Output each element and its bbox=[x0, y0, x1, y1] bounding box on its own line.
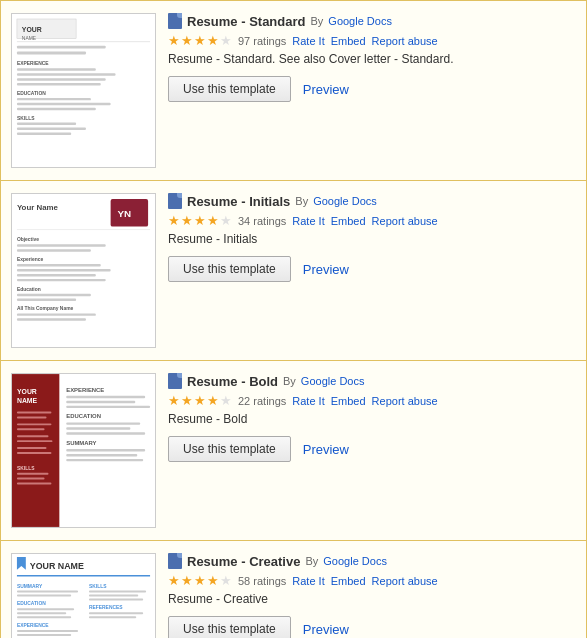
svg-text:NAME: NAME bbox=[22, 36, 37, 41]
star-filled: ★ bbox=[181, 213, 193, 228]
svg-rect-45 bbox=[17, 423, 52, 425]
rate-it-link[interactable]: Rate It bbox=[292, 35, 324, 47]
template-info-creative: Resume - Creative By Google Docs ★★★★★ 5… bbox=[168, 553, 576, 638]
svg-text:EXPERIENCE: EXPERIENCE bbox=[17, 623, 49, 628]
svg-rect-73 bbox=[17, 595, 71, 597]
template-title: Resume - Standard bbox=[187, 14, 305, 29]
svg-rect-85 bbox=[89, 595, 138, 597]
svg-rect-76 bbox=[17, 612, 66, 614]
template-title: Resume - Creative bbox=[187, 554, 300, 569]
template-item-bold: YOUR NAME SKILLS EXPERIENCE EDUCATION SU… bbox=[1, 361, 586, 541]
svg-text:EXPERIENCE: EXPERIENCE bbox=[66, 387, 104, 393]
svg-text:Objective: Objective bbox=[17, 237, 39, 242]
svg-rect-86 bbox=[89, 598, 143, 600]
svg-rect-48 bbox=[17, 440, 53, 442]
template-info-bold: Resume - Bold By Google Docs ★★★★★ 22 ra… bbox=[168, 373, 576, 528]
star-filled: ★ bbox=[194, 393, 206, 408]
author-link[interactable]: Google Docs bbox=[301, 375, 365, 387]
svg-rect-88 bbox=[89, 612, 143, 614]
svg-rect-44 bbox=[17, 416, 47, 418]
svg-rect-37 bbox=[17, 313, 96, 315]
star-rating: ★★★★★ bbox=[168, 573, 232, 588]
use-template-button[interactable]: Use this template bbox=[168, 616, 291, 638]
template-title: Resume - Initials bbox=[187, 194, 290, 209]
template-title: Resume - Bold bbox=[187, 374, 278, 389]
star-rating: ★★★★★ bbox=[168, 33, 232, 48]
template-description: Resume - Initials bbox=[168, 232, 576, 246]
svg-text:EDUCATION: EDUCATION bbox=[17, 91, 46, 96]
template-list: YOUR NAME EXPERIENCE EDUCATION SKILLS Re… bbox=[0, 0, 587, 638]
template-thumbnail-creative: YOUR NAME SUMMARY EDUCATION EXPERIENCE S… bbox=[11, 553, 156, 638]
doc-icon bbox=[168, 193, 182, 209]
template-thumbnail-initials: YN Your Name Objective Experience Educat… bbox=[11, 193, 156, 348]
use-template-button[interactable]: Use this template bbox=[168, 256, 291, 282]
svg-text:YOUR: YOUR bbox=[22, 26, 42, 33]
svg-rect-64 bbox=[66, 449, 145, 451]
by-label: By bbox=[283, 375, 296, 387]
preview-link[interactable]: Preview bbox=[303, 82, 349, 97]
embed-link[interactable]: Embed bbox=[331, 395, 366, 407]
svg-rect-31 bbox=[17, 274, 96, 276]
embed-link[interactable]: Embed bbox=[331, 575, 366, 587]
template-description: Resume - Creative bbox=[168, 592, 576, 606]
svg-rect-19 bbox=[17, 132, 71, 134]
star-filled: ★ bbox=[168, 573, 180, 588]
report-abuse-link[interactable]: Report abuse bbox=[372, 395, 438, 407]
author-link[interactable]: Google Docs bbox=[323, 555, 387, 567]
doc-icon bbox=[168, 373, 182, 389]
template-thumbnail-bold: YOUR NAME SKILLS EXPERIENCE EDUCATION SU… bbox=[11, 373, 156, 528]
embed-link[interactable]: Embed bbox=[331, 35, 366, 47]
svg-rect-30 bbox=[17, 269, 111, 271]
star-filled: ★ bbox=[168, 213, 180, 228]
svg-text:SUMMARY: SUMMARY bbox=[66, 440, 96, 446]
svg-rect-26 bbox=[17, 244, 106, 246]
svg-rect-61 bbox=[66, 427, 130, 429]
svg-text:SKILLS: SKILLS bbox=[89, 584, 107, 589]
svg-rect-35 bbox=[17, 299, 76, 301]
rate-it-link[interactable]: Rate It bbox=[292, 575, 324, 587]
svg-text:SKILLS: SKILLS bbox=[17, 466, 35, 471]
svg-text:Education: Education bbox=[17, 287, 41, 292]
template-description: Resume - Bold bbox=[168, 412, 576, 426]
ratings-row: ★★★★★ 97 ratings Rate It Embed Report ab… bbox=[168, 33, 576, 48]
rate-it-link[interactable]: Rate It bbox=[292, 215, 324, 227]
report-abuse-link[interactable]: Report abuse bbox=[372, 575, 438, 587]
action-row: Use this template Preview bbox=[168, 436, 576, 462]
svg-rect-46 bbox=[17, 428, 45, 430]
template-thumbnail-standard: YOUR NAME EXPERIENCE EDUCATION SKILLS bbox=[11, 13, 156, 168]
template-item-creative: YOUR NAME SUMMARY EDUCATION EXPERIENCE S… bbox=[1, 541, 586, 638]
star-filled: ★ bbox=[194, 33, 206, 48]
star-filled: ★ bbox=[181, 33, 193, 48]
ratings-count: 58 ratings bbox=[238, 575, 286, 587]
star-filled: ★ bbox=[181, 393, 193, 408]
action-row: Use this template Preview bbox=[168, 616, 576, 638]
svg-rect-54 bbox=[17, 483, 52, 485]
svg-rect-15 bbox=[17, 108, 96, 110]
star-filled: ★ bbox=[168, 393, 180, 408]
preview-link[interactable]: Preview bbox=[303, 622, 349, 637]
author-link[interactable]: Google Docs bbox=[313, 195, 377, 207]
report-abuse-link[interactable]: Report abuse bbox=[372, 215, 438, 227]
svg-text:EXPERIENCE: EXPERIENCE bbox=[17, 61, 49, 66]
svg-text:YN: YN bbox=[118, 208, 132, 219]
svg-rect-13 bbox=[17, 98, 91, 100]
svg-rect-10 bbox=[17, 78, 106, 80]
preview-link[interactable]: Preview bbox=[303, 262, 349, 277]
ratings-row: ★★★★★ 58 ratings Rate It Embed Report ab… bbox=[168, 573, 576, 588]
svg-rect-43 bbox=[17, 412, 52, 414]
report-abuse-link[interactable]: Report abuse bbox=[372, 35, 438, 47]
svg-rect-57 bbox=[66, 401, 135, 403]
rate-it-link[interactable]: Rate It bbox=[292, 395, 324, 407]
use-template-button[interactable]: Use this template bbox=[168, 76, 291, 102]
svg-rect-17 bbox=[17, 123, 76, 125]
action-row: Use this template Preview bbox=[168, 256, 576, 282]
embed-link[interactable]: Embed bbox=[331, 215, 366, 227]
svg-rect-38 bbox=[17, 318, 86, 320]
use-template-button[interactable]: Use this template bbox=[168, 436, 291, 462]
preview-link[interactable]: Preview bbox=[303, 442, 349, 457]
ratings-row: ★★★★★ 34 ratings Rate It Embed Report ab… bbox=[168, 213, 576, 228]
author-link[interactable]: Google Docs bbox=[328, 15, 392, 27]
svg-rect-77 bbox=[17, 616, 71, 618]
svg-text:Your Name: Your Name bbox=[17, 203, 59, 212]
svg-rect-18 bbox=[17, 127, 86, 129]
